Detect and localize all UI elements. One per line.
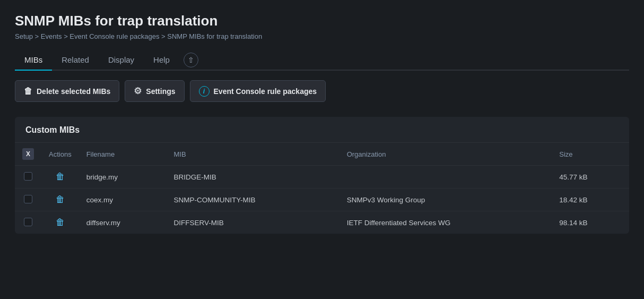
- delete-selected-mibs-button[interactable]: 🗑 Delete selected MIBs: [15, 80, 119, 102]
- row-checkbox[interactable]: [24, 218, 32, 226]
- row-delete-icon[interactable]: 🗑: [56, 194, 65, 205]
- table-row: 🗑 bridge.my BRIDGE-MIB 45.77 kB: [15, 166, 629, 189]
- col-filename: Filename: [79, 143, 167, 166]
- col-actions: Actions: [41, 143, 79, 166]
- row-mib: SNMP-COMMUNITY-MIB: [167, 189, 340, 211]
- event-console-rule-packages-button[interactable]: i Event Console rule packages: [190, 80, 326, 102]
- row-mib: DIFFSERV-MIB: [167, 211, 340, 234]
- tab-scroll-button[interactable]: ⇧: [184, 53, 198, 67]
- col-size: Size: [552, 143, 629, 166]
- row-organization: SNMPv3 Working Group: [340, 189, 552, 211]
- col-mib: MIB: [167, 143, 340, 166]
- row-delete-icon[interactable]: 🗑: [56, 172, 65, 182]
- tab-mibs[interactable]: MIBs: [15, 50, 52, 71]
- tabs-bar: MIBs Related Display Help ⇧: [15, 50, 629, 71]
- row-checkbox-cell: [15, 189, 41, 211]
- breadcrumb: Setup > Events > Event Console rule pack…: [15, 32, 629, 40]
- table-body: 🗑 bridge.my BRIDGE-MIB 45.77 kB 🗑 coex.m…: [15, 166, 629, 234]
- row-delete-icon[interactable]: 🗑: [56, 217, 65, 228]
- table-row: 🗑 coex.my SNMP-COMMUNITY-MIB SNMPv3 Work…: [15, 189, 629, 211]
- page-title: SNMP MIBs for trap translation: [15, 13, 629, 29]
- trash-icon: 🗑: [24, 87, 32, 96]
- actions-row: 🗑 Delete selected MIBs ⚙ Settings i Even…: [15, 80, 629, 102]
- tab-help[interactable]: Help: [144, 50, 179, 71]
- gear-icon: ⚙: [134, 86, 142, 97]
- row-mib: BRIDGE-MIB: [167, 166, 340, 189]
- row-checkbox[interactable]: [24, 172, 32, 181]
- row-size: 18.42 kB: [552, 189, 629, 211]
- row-checkbox[interactable]: [24, 195, 32, 203]
- event-console-button-label: Event Console rule packages: [214, 87, 317, 96]
- tab-related[interactable]: Related: [52, 50, 99, 71]
- tab-display[interactable]: Display: [99, 50, 144, 71]
- row-size: 98.14 kB: [552, 211, 629, 234]
- row-filename: bridge.my: [79, 166, 167, 189]
- custom-mibs-section: Custom MIBs X Actions Filename MIB Organ…: [15, 117, 629, 234]
- col-organization: Organization: [340, 143, 552, 166]
- settings-button[interactable]: ⚙ Settings: [125, 80, 184, 102]
- row-checkbox-cell: [15, 211, 41, 234]
- row-organization: [340, 166, 552, 189]
- row-filename: coex.my: [79, 189, 167, 211]
- delete-button-label: Delete selected MIBs: [37, 87, 110, 96]
- row-actions-cell: 🗑: [41, 211, 79, 234]
- row-size: 45.77 kB: [552, 166, 629, 189]
- info-icon: i: [199, 86, 210, 97]
- select-all-button[interactable]: X: [22, 148, 34, 160]
- row-actions-cell: 🗑: [41, 189, 79, 211]
- table-header: X Actions Filename MIB Organization Size: [15, 143, 629, 166]
- row-filename: diffserv.my: [79, 211, 167, 234]
- table-row: 🗑 diffserv.my DIFFSERV-MIB IETF Differen…: [15, 211, 629, 234]
- row-checkbox-cell: [15, 166, 41, 189]
- col-checkbox: X: [15, 143, 41, 166]
- row-actions-cell: 🗑: [41, 166, 79, 189]
- page-wrapper: SNMP MIBs for trap translation Setup > E…: [0, 0, 644, 246]
- settings-button-label: Settings: [146, 87, 175, 96]
- row-organization: IETF Differentiated Services WG: [340, 211, 552, 234]
- table-section-title: Custom MIBs: [15, 117, 629, 143]
- mibs-table: X Actions Filename MIB Organization Size…: [15, 143, 629, 234]
